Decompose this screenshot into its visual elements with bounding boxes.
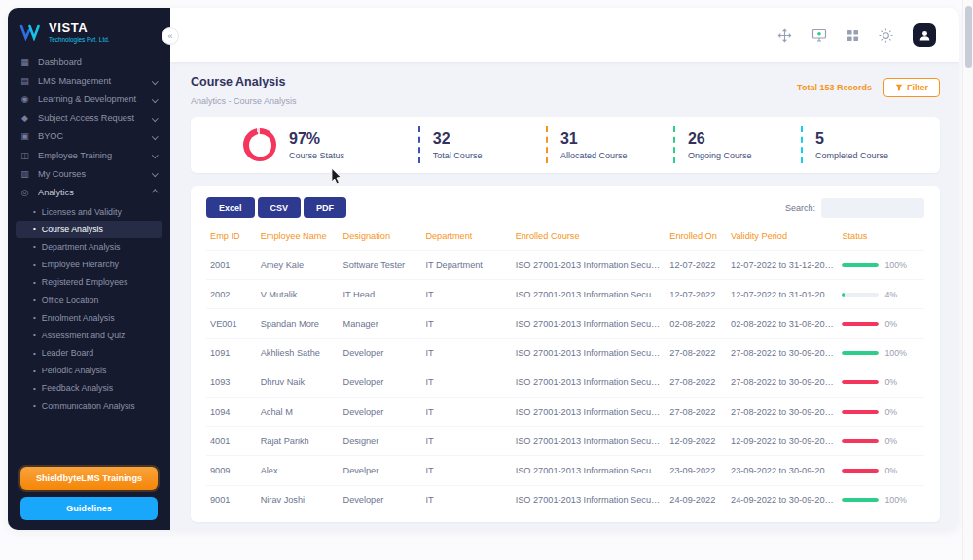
- user-avatar[interactable]: [913, 23, 936, 47]
- sidebar-subitem-course-analysis[interactable]: •Course Analysis: [16, 221, 162, 238]
- export-pdf-button[interactable]: PDF: [304, 197, 346, 218]
- column-header-enrolled-course: Enrolled Course: [512, 222, 667, 251]
- cell-status: 0%: [838, 397, 924, 426]
- analytics-submenu: •Licenses and Validity•Course Analysis•D…: [8, 202, 170, 418]
- sidebar-subitem-licenses-and-validity[interactable]: •Licenses and Validity: [8, 203, 170, 221]
- progress-label: 4%: [884, 290, 897, 299]
- progress-label: 0%: [884, 437, 897, 446]
- stat-value: 32: [433, 130, 546, 148]
- vista-logo: [19, 24, 43, 41]
- status-indicator: 100%: [842, 348, 920, 358]
- sidebar-subitem-registered-employees[interactable]: •Registered Employees: [8, 273, 170, 291]
- sidebar-item-employee-training[interactable]: ◫Employee Training: [8, 146, 170, 164]
- chevron-down-icon: [152, 133, 158, 139]
- sidebar: VISTA Technologies Pvt. Ltd. ▦Dashboard▤…: [8, 8, 170, 530]
- cell-validity: 12-07-2022 to 31-12-2023: [727, 251, 838, 280]
- cell-name: Nirav Joshi: [257, 485, 340, 514]
- sidebar-subitem-enrolment-analysis[interactable]: •Enrolment Analysis: [8, 309, 170, 327]
- sidebar-subitem-department-analysis[interactable]: •Department Analysis: [8, 238, 170, 256]
- cell-validity: 12-09-2022 to 30-09-2022: [727, 427, 838, 456]
- sidebar-item-byoc[interactable]: ▣BYOC: [8, 127, 170, 146]
- sidebar-subitem-employee-hierarchy[interactable]: •Employee Hierarchy: [8, 256, 170, 273]
- column-header-department: Department: [421, 222, 511, 251]
- sidebar-item-subject-access-request[interactable]: ◆Subject Access Request: [8, 109, 170, 127]
- scrollbar-thumb[interactable]: [965, 6, 972, 68]
- sidebar-item-learning-development[interactable]: ◉Learning & Development: [8, 89, 170, 108]
- cell-validity: 27-08-2022 to 30-09-2022: [727, 338, 838, 368]
- column-header-validity-period: Validity Period: [727, 222, 838, 251]
- progress-bar: [842, 469, 879, 472]
- guidelines-button[interactable]: Guidelines: [20, 497, 158, 520]
- status-indicator: 100%: [842, 261, 920, 270]
- cell-department: IT: [421, 427, 511, 456]
- cell-name: Spandan More: [257, 309, 340, 338]
- cell-emp_id: VE001: [206, 309, 257, 338]
- cell-name: Achal M: [257, 397, 340, 426]
- learning-development-icon: ◉: [19, 94, 30, 104]
- cell-designation: Developer: [340, 485, 422, 514]
- cell-course: ISO 27001-2013 Information Security: [512, 456, 667, 485]
- column-header-status: Status: [838, 222, 924, 251]
- page-header: Course Analysis Analytics - Course Analy…: [191, 75, 940, 106]
- sidebar-item-lms-management[interactable]: ▤LMS Management: [8, 71, 170, 89]
- cell-enrolled_on: 27-08-2022: [666, 338, 727, 368]
- export-csv-button[interactable]: CSV: [258, 197, 302, 218]
- sidebar-item-analytics[interactable]: ◎Analytics: [8, 183, 170, 201]
- expand-icon[interactable]: [777, 28, 792, 43]
- apps-grid-icon[interactable]: [847, 29, 859, 42]
- cell-name: Dhruv Naik: [257, 368, 340, 397]
- cell-status: 100%: [838, 338, 924, 368]
- progress-label: 100%: [884, 261, 907, 270]
- progress-bar: [842, 322, 879, 326]
- stat-completed-course: 5Completed Course: [801, 126, 928, 163]
- sidebar-subitem-assessment-and-quiz[interactable]: •Assessment and Quiz: [8, 327, 170, 344]
- sidebar-item-label: Dashboard: [38, 57, 159, 67]
- table-row: 1094Achal MDeveloperITISO 27001-2013 Inf…: [206, 397, 924, 426]
- cell-designation: Designer: [340, 427, 422, 456]
- total-records-text: Total 153 Records: [797, 83, 872, 92]
- cell-status: 100%: [838, 485, 924, 514]
- page-title: Course Analysis: [191, 75, 297, 88]
- progress-fill: [842, 322, 879, 326]
- progress-bar: [842, 439, 879, 443]
- cell-emp_id: 9001: [206, 485, 257, 514]
- sidebar-subitem-communication-analysis[interactable]: •Communication Analysis: [8, 398, 170, 415]
- bullet-icon: •: [33, 296, 36, 304]
- cell-course: ISO 27001-2013 Information Security: [512, 427, 667, 456]
- progress-fill: [842, 410, 879, 414]
- status-indicator: 0%: [842, 437, 920, 446]
- sidebar-item-label: My Courses: [38, 169, 145, 179]
- search-input[interactable]: [821, 198, 924, 218]
- filter-button[interactable]: Filter: [883, 78, 940, 97]
- cell-emp_id: 2002: [206, 280, 257, 309]
- filter-label: Filter: [907, 83, 928, 92]
- screen-share-icon[interactable]: [811, 28, 827, 42]
- cell-department: IT: [421, 338, 511, 368]
- table-row: 4001Rajat ParikhDesignerITISO 27001-2013…: [206, 427, 924, 456]
- sidebar-subitem-feedback-analysis[interactable]: •Feedback Analysis: [8, 379, 170, 397]
- stat-label: Total Course: [433, 151, 546, 160]
- cell-enrolled_on: 12-07-2022: [666, 280, 727, 309]
- sidebar-subitem-office-location[interactable]: •Office Location: [8, 291, 170, 308]
- chevron-down-icon: [152, 115, 158, 121]
- cell-department: IT: [421, 485, 511, 514]
- stat-value: 31: [560, 130, 673, 148]
- sidebar-subitem-periodic-analysis[interactable]: •Periodic Analysis: [8, 362, 170, 379]
- column-header-emp-id: Emp ID: [206, 222, 257, 251]
- cell-name: V Mutalik: [257, 280, 340, 309]
- subitem-label: Office Location: [42, 296, 99, 305]
- brightness-icon[interactable]: [879, 28, 893, 43]
- export-excel-button[interactable]: Excel: [206, 197, 255, 218]
- stat-value: 5: [815, 130, 928, 148]
- cell-course: ISO 27001-2013 Information Security: [512, 338, 667, 368]
- progress-fill: [842, 351, 879, 355]
- sidebar-item-dashboard[interactable]: ▦Dashboard: [8, 52, 170, 71]
- sidebar-item-my-courses[interactable]: ▥My Courses: [8, 164, 170, 183]
- sidebar-collapse-button[interactable]: «: [162, 27, 179, 45]
- sidebar-item-label: Employee Training: [38, 151, 145, 160]
- sidebar-subitem-leader-board[interactable]: •Leader Board: [8, 344, 170, 362]
- subitem-label: Assessment and Quiz: [42, 331, 126, 340]
- cell-emp_id: 1094: [206, 397, 257, 426]
- funnel-icon: [895, 84, 903, 91]
- shieldbyte-trainings-button[interactable]: ShieldbyteLMS Trainings: [20, 467, 158, 490]
